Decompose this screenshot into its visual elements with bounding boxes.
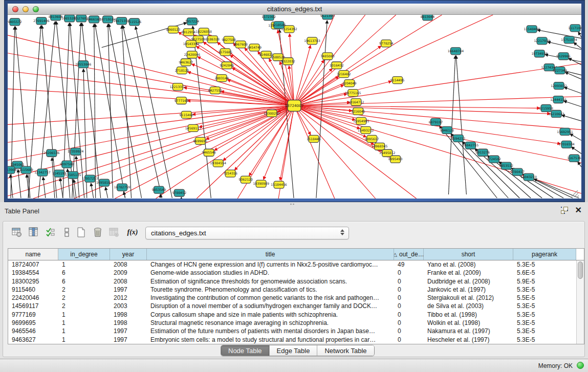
table-cell[interactable]: 0 bbox=[394, 327, 424, 335]
graph-node[interactable]: 7957224 bbox=[185, 18, 200, 25]
table-cell[interactable]: 1997 bbox=[110, 327, 147, 335]
table-vertical-scrollbar[interactable] bbox=[576, 260, 584, 344]
graph-node[interactable]: 1145193 bbox=[52, 170, 67, 177]
graph-node[interactable]: 1117104 bbox=[568, 25, 581, 32]
table-cell[interactable]: 5.3E-5 bbox=[513, 336, 576, 344]
citation-network-graph[interactable]: 8860123891295418226058982750981863289827… bbox=[8, 15, 581, 199]
table-type-tabs[interactable]: Node TableEdge TableNetwork Table bbox=[221, 345, 375, 356]
graph-node[interactable]: 9097588 bbox=[60, 161, 74, 168]
table-cell[interactable]: 1 bbox=[58, 336, 110, 344]
close-panel-icon[interactable]: ✕ bbox=[575, 207, 582, 214]
graph-node[interactable]: 11548408 bbox=[524, 26, 540, 33]
graph-node[interactable]: 15184456 bbox=[271, 181, 287, 188]
tab-edge-table[interactable]: Edge Table bbox=[270, 345, 318, 356]
table-cell[interactable]: 5.3E-5 bbox=[513, 302, 576, 310]
graph-node[interactable]: 9154495 bbox=[390, 77, 405, 84]
table-cell[interactable]: 9115460 bbox=[8, 286, 58, 294]
graph-node[interactable]: 9405572 bbox=[8, 18, 22, 26]
column-header-in_degree[interactable]: in_degree bbox=[58, 249, 110, 260]
graph-node[interactable]: 9780417 bbox=[510, 168, 525, 176]
table-cell[interactable]: 1998 bbox=[110, 311, 147, 319]
graph-node[interactable]: 19734938 bbox=[531, 50, 548, 57]
table-cell[interactable]: 5.3E-5 bbox=[513, 311, 576, 319]
graph-node[interactable]: 12213312 bbox=[170, 83, 186, 91]
graph-node[interactable]: 1167536 bbox=[567, 155, 581, 162]
graph-node[interactable]: 6466160 bbox=[87, 16, 101, 23]
table-cell[interactable]: 2 bbox=[58, 294, 110, 302]
graph-node[interactable]: 15954995 bbox=[353, 117, 369, 124]
table-cell[interactable]: 19384554 bbox=[8, 269, 58, 277]
tab-network-table[interactable]: Network Table bbox=[317, 345, 374, 356]
table-cell[interactable]: 2012 bbox=[110, 294, 147, 302]
graph-node[interactable]: 8860123 bbox=[166, 26, 181, 33]
table-cell[interactable]: 1 bbox=[58, 260, 110, 269]
graph-node[interactable]: 9115460 bbox=[180, 111, 194, 118]
table-cell[interactable]: 9463627 bbox=[8, 336, 58, 344]
table-cell[interactable]: 1998 bbox=[110, 319, 147, 327]
select-columns-icon[interactable] bbox=[44, 226, 57, 239]
node-attribute-table[interactable]: namein_degreeyeartitle△out_de…shortpager… bbox=[8, 248, 584, 344]
graph-node[interactable]: 17359924 bbox=[68, 148, 84, 155]
network-view-window[interactable]: citations_edges.txt 88601238912954182260… bbox=[4, 0, 585, 202]
graph-node[interactable]: 18775165 bbox=[345, 90, 361, 97]
table-cell[interactable]: 18300295 bbox=[8, 277, 58, 286]
table-cell[interactable]: 2009 bbox=[110, 269, 147, 277]
table-row[interactable]: 1872400712008Changes of HCN gene express… bbox=[8, 260, 576, 269]
graph-node[interactable]: 9946128 bbox=[440, 126, 454, 134]
table-cell[interactable]: 1997 bbox=[110, 336, 147, 344]
graph-node[interactable]: 8095617 bbox=[365, 135, 379, 142]
show-columns-icon[interactable] bbox=[27, 226, 40, 239]
table-cell[interactable]: 9777169 bbox=[8, 311, 58, 319]
scrollbar-thumb[interactable] bbox=[578, 261, 583, 279]
table-cell[interactable]: 1 bbox=[58, 319, 110, 327]
graph-node[interactable]: 8186328 bbox=[206, 36, 220, 43]
table-cell[interactable]: 6 bbox=[58, 277, 110, 286]
table-cell[interactable]: 5.3E-5 bbox=[513, 260, 576, 269]
table-cell[interactable]: 0 bbox=[394, 286, 424, 294]
row-height-icon[interactable] bbox=[60, 226, 74, 239]
table-row[interactable]: 2242004622012Investigating the contribut… bbox=[8, 294, 576, 302]
table-cell[interactable]: 9699695 bbox=[8, 319, 58, 327]
column-header-pagerank[interactable]: pagerank bbox=[513, 249, 576, 260]
graph-node[interactable]: 7485083 bbox=[320, 53, 335, 60]
graph-node[interactable]: 8913276 bbox=[476, 149, 490, 156]
graph-node[interactable]: 1527602 bbox=[74, 15, 89, 22]
table-cell[interactable]: Embryonic stem cells: a model to study s… bbox=[147, 336, 394, 344]
graph-node[interactable]: 9853549 bbox=[152, 186, 166, 193]
graph-node[interactable]: 9521304 bbox=[320, 15, 335, 19]
table-cell[interactable]: Franke et al. (2009) bbox=[424, 269, 513, 277]
graph-node[interactable]: 9778254 bbox=[379, 40, 394, 47]
graph-node[interactable]: 8813604 bbox=[49, 15, 63, 20]
table-cell[interactable]: 0 bbox=[394, 269, 424, 277]
table-cell[interactable]: Estimation of the future numbers of pati… bbox=[147, 327, 394, 335]
table-cell[interactable]: Estimation of significance thresholds fo… bbox=[147, 277, 394, 286]
graph-node[interactable]: 9853512 bbox=[499, 162, 514, 169]
graph-node[interactable]: 2803144 bbox=[214, 75, 229, 82]
table-row[interactable]: 946362711997Embryonic stem cells: a mode… bbox=[8, 336, 576, 344]
table-cell[interactable]: 0 bbox=[394, 277, 424, 286]
table-cell[interactable]: 22420046 bbox=[8, 294, 58, 302]
table-cell[interactable]: 2008 bbox=[110, 260, 147, 269]
graph-node[interactable]: 10968345 bbox=[372, 143, 388, 150]
graph-node[interactable]: 8912954 bbox=[182, 29, 196, 36]
column-header-title[interactable]: title bbox=[147, 249, 394, 260]
graph-node[interactable]: 16782759 bbox=[114, 184, 130, 191]
table-cell[interactable]: 14569117 bbox=[8, 302, 58, 310]
graph-node[interactable]: 19613783 bbox=[304, 37, 320, 45]
table-cell[interactable]: 0 bbox=[394, 311, 424, 319]
table-cell[interactable]: 5.6E-5 bbox=[513, 269, 576, 277]
table-row[interactable]: 977716911998Corpus callosum shape and si… bbox=[8, 311, 576, 319]
graph-node[interactable]: 16842755 bbox=[463, 142, 479, 149]
graph-node[interactable]: 14569117 bbox=[185, 124, 202, 132]
table-row[interactable]: 1938455462009Genome-wide association stu… bbox=[8, 269, 576, 277]
table-row[interactable]: 911546021997Tourette syndrome. Phenomeno… bbox=[8, 286, 576, 294]
graph-node[interactable]: 3216482 bbox=[337, 71, 351, 78]
table-row[interactable]: 946554611997Estimation of the future num… bbox=[8, 327, 576, 335]
table-cell[interactable]: Genome-wide association studies in ADHD. bbox=[147, 269, 394, 277]
graph-node[interactable]: 9699695 bbox=[193, 137, 208, 144]
graph-node[interactable]: 10390989 bbox=[253, 180, 269, 187]
table-cell[interactable]: Nakamura et al. (1997) bbox=[424, 327, 513, 335]
memory-ok-indicator[interactable] bbox=[577, 362, 584, 369]
float-panel-icon[interactable] bbox=[561, 207, 568, 214]
table-cell[interactable]: 18724007 bbox=[8, 260, 58, 269]
